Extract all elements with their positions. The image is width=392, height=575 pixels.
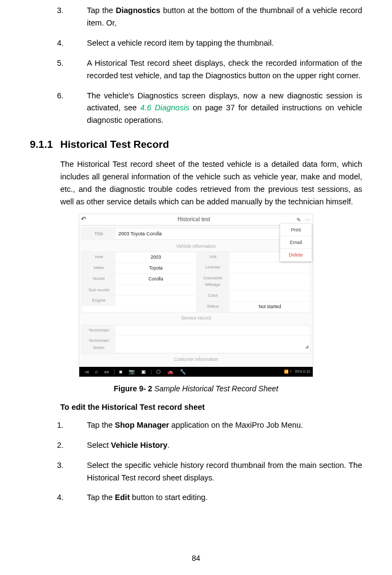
service-record-block: Technician Technician Notes ◢: [81, 325, 311, 354]
screenshot-header: ↶ Historical test ✎ ⋯ Print Email Delete: [79, 214, 313, 226]
field-value[interactable]: Toyota: [116, 263, 196, 273]
list-item: 3. Select the specific vehicle history r…: [30, 459, 362, 484]
bottom-numbered-list: 1. Tap the Shop Manager application on t…: [30, 419, 362, 504]
cross-reference-link[interactable]: 4.6 Diagnosis: [140, 103, 189, 112]
section-heading: 9.1.1 Historical Test Record: [30, 136, 362, 153]
list-item: 1. Tap the Shop Manager application on t…: [30, 419, 362, 432]
resize-handle-icon[interactable]: ◢: [305, 343, 308, 351]
item-text: Tap the Shop Manager application on the …: [87, 419, 362, 432]
item-number: 6.: [30, 90, 87, 127]
field-label: Odometer Mileage: [196, 273, 230, 290]
back-nav-icon[interactable]: ◅: [85, 368, 88, 376]
list-item: 5. A Historical Test record sheet displa…: [30, 57, 362, 82]
item-number: 1.: [30, 419, 87, 432]
page-number: 84: [0, 552, 392, 564]
list-item: 3. Tap the Diagnostics button at the bot…: [30, 4, 362, 29]
item-text: A Historical Test record sheet displays,…: [87, 57, 362, 82]
field-label: Year: [82, 252, 116, 262]
recents-nav-icon[interactable]: ▭: [104, 368, 109, 376]
item-number: 5.: [30, 57, 87, 82]
edit-icon[interactable]: ✎: [296, 216, 301, 224]
item-number: 3.: [30, 459, 87, 484]
screen-title: Historical test: [88, 215, 313, 224]
field-value[interactable]: Corolla: [116, 274, 196, 284]
camera-icon[interactable]: 📷: [129, 368, 135, 376]
app-icon[interactable]: ▣: [141, 368, 146, 376]
field-label: License: [196, 262, 230, 273]
overflow-menu: Print Email Delete: [280, 224, 312, 261]
screenshot-icon[interactable]: ◙: [119, 368, 122, 376]
field-label: Technician Notes: [82, 336, 116, 353]
section-label: Vehicle Information: [81, 242, 311, 251]
item-number: 4.: [30, 491, 87, 504]
menu-item-email[interactable]: Email: [280, 236, 312, 249]
field-label: Color: [196, 291, 230, 301]
vci-icon[interactable]: ⬡: [156, 368, 161, 376]
home-nav-icon[interactable]: ⌂: [95, 368, 98, 376]
overflow-icon[interactable]: ⋯: [305, 216, 311, 224]
figure: ↶ Historical test ✎ ⋯ Print Email Delete…: [30, 214, 362, 395]
item-text: Tap the Diagnostics button at the bottom…: [87, 4, 362, 29]
field-value[interactable]: [230, 273, 310, 290]
body-paragraph: The Historical Test record sheet of the …: [60, 158, 362, 208]
tool-icon[interactable]: 🔧: [180, 368, 186, 376]
field-label: Status: [196, 302, 230, 312]
field-value[interactable]: ◢: [116, 336, 310, 351]
item-text: Tap the Edit button to start editing.: [87, 491, 362, 504]
item-text: The vehicle's Diagnostics screen display…: [87, 90, 362, 127]
vehicle-info-grid: Year2003 MakeToyota ModelCorolla Sub mod…: [81, 252, 311, 313]
top-numbered-list: 3. Tap the Diagnostics button at the bot…: [30, 4, 362, 127]
menu-item-delete[interactable]: Delete: [280, 249, 312, 261]
item-number: 3.: [30, 4, 87, 29]
car-icon[interactable]: 🚗: [167, 368, 173, 376]
list-item: 2. Select Vehicle History.: [30, 439, 362, 452]
item-text: Select a vehicle record item by tapping …: [87, 37, 362, 49]
figure-caption: Figure 9- 2 Sample Historical Test Recor…: [30, 383, 362, 395]
title-field: Title 2003 Toyota Corolla: [81, 228, 311, 240]
android-navbar: ◅ ⌂ ▭ | ◙ 📷 ▣ | ⬡ 🚗 🔧 📶 ᯤ 35% 6:31: [79, 367, 313, 377]
field-value[interactable]: Not started: [230, 302, 310, 312]
section-label: Customer information: [81, 355, 311, 364]
field-value[interactable]: [230, 262, 310, 273]
field-value[interactable]: [230, 291, 310, 301]
field-label: Engine: [82, 296, 116, 306]
field-label: Title: [82, 228, 116, 239]
item-text: Select Vehicle History.: [87, 439, 362, 452]
back-icon[interactable]: ↶: [79, 214, 88, 224]
section-label: Service record: [81, 314, 311, 323]
item-number: 2.: [30, 439, 87, 452]
status-text: 📶 ᯤ 35% 6:31: [284, 368, 311, 374]
field-label: VIN: [196, 252, 230, 262]
field-value[interactable]: [116, 285, 196, 296]
field-value[interactable]: 2003: [116, 252, 196, 262]
list-item: 4. Select a vehicle record item by tappi…: [30, 37, 362, 49]
menu-item-print[interactable]: Print: [280, 224, 312, 236]
field-label: Make: [82, 263, 116, 273]
field-label: Sub model: [82, 285, 116, 296]
field-value[interactable]: 2003 Toyota Corolla: [116, 228, 165, 239]
section-title: Historical Test Record: [60, 136, 169, 153]
item-text: Select the specific vehicle history reco…: [87, 459, 362, 484]
field-label: Model: [82, 274, 116, 284]
field-value[interactable]: [116, 326, 310, 336]
field-value[interactable]: [116, 296, 196, 306]
item-number: 4.: [30, 37, 87, 49]
screenshot-mock: ↶ Historical test ✎ ⋯ Print Email Delete…: [79, 214, 313, 377]
list-item: 4. Tap the Edit button to start editing.: [30, 491, 362, 504]
section-number: 9.1.1: [30, 136, 60, 153]
list-item: 6. The vehicle's Diagnostics screen disp…: [30, 90, 362, 127]
sub-heading: To edit the Historical Test record sheet: [60, 401, 362, 414]
field-label: Technician: [82, 326, 116, 336]
